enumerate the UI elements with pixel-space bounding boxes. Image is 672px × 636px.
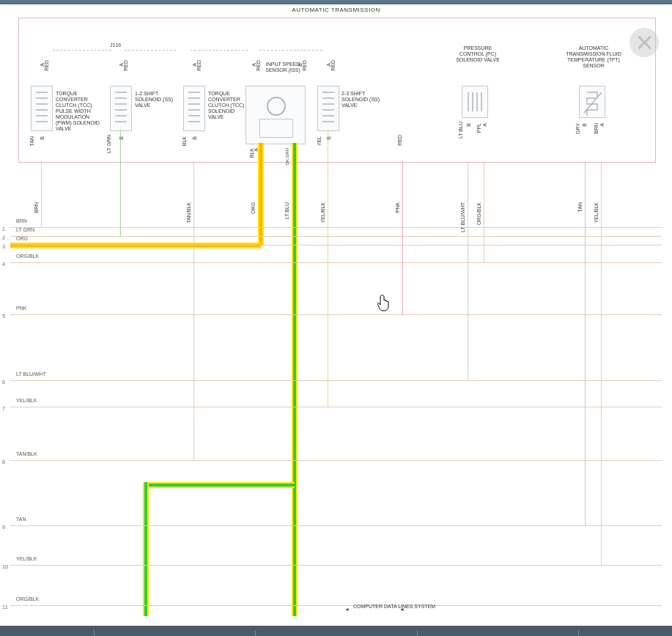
wire-color: RED <box>123 60 128 71</box>
wire-color: TAN <box>29 136 34 146</box>
wire-color: TAN <box>577 202 583 212</box>
row-wire-label: TAN <box>16 517 26 522</box>
wire-color: RED <box>397 135 402 146</box>
footer-arrow: ◄ <box>344 607 350 612</box>
wire <box>601 161 602 565</box>
wire-green <box>120 130 121 236</box>
pin-a: A <box>482 123 487 127</box>
row-number: 9 <box>2 525 5 530</box>
wire-color: ORG/BLK <box>476 202 481 225</box>
pin-a: A <box>599 123 605 127</box>
row-line <box>10 460 662 461</box>
component-label: AUTOMATIC TRANSMISSION FLUID TEMPERATURE… <box>564 45 623 69</box>
wire-color: YEL/BLK <box>594 202 599 223</box>
pin-b: B <box>40 136 45 140</box>
coil-icon <box>318 86 339 130</box>
wire-color: PNK <box>395 202 400 212</box>
row-wire-label: YEL/BLK <box>16 556 37 561</box>
dashed-line <box>304 50 322 51</box>
pin-b: B <box>582 123 587 127</box>
component-label: 2-3 SHIFT SOLENOID (SS) VALVE <box>341 91 382 108</box>
row-line <box>10 605 662 606</box>
footer-arrow: ◄ <box>399 607 405 612</box>
row-line <box>10 236 662 237</box>
row-number: 3 <box>2 244 5 249</box>
wire <box>484 161 484 262</box>
wire-color: BRN <box>594 123 599 134</box>
wire-color: RED <box>256 60 261 71</box>
row-line <box>10 314 662 315</box>
hand-cursor-icon <box>377 294 394 313</box>
row-line <box>10 227 662 228</box>
component-label: INPUT SPEED SENSOR (ISS) <box>265 62 300 73</box>
component-label: 1-2 SHIFT SOLENOID (SS) VALVE <box>135 91 175 108</box>
component-label: TORQUE CONVERTER CLUTCH (TCC) PULSE WIDT… <box>56 91 101 132</box>
highlighted-wire-branch-v[interactable] <box>143 482 149 616</box>
component-1-2-shift-solenoid <box>110 86 132 131</box>
row-number: 5 <box>2 314 5 319</box>
wire-color: LT GRN <box>106 135 111 153</box>
row-line <box>10 245 662 245</box>
row-line <box>10 565 662 566</box>
row-wire-label: TAN/BLK <box>16 451 37 456</box>
highlighted-wire-org[interactable] <box>258 143 264 245</box>
highlighted-wire-ltblu[interactable] <box>292 143 298 616</box>
component-pc-solenoid <box>462 86 488 118</box>
highlighted-wire-branch-h[interactable] <box>143 482 295 488</box>
wire <box>41 161 42 227</box>
wire-color: RED <box>196 60 202 71</box>
row-number: 7 <box>2 406 5 411</box>
wiring-diagram-page: AUTOMATIC TRANSMISSION J116 A RED B TAN … <box>0 4 672 636</box>
wire-color: LT BLU <box>458 122 463 138</box>
coil-icon <box>184 86 204 130</box>
wire-color: LT BLU <box>284 202 289 219</box>
component-tcc-pwm-solenoid <box>31 86 53 131</box>
row-wire-label: ORG/BLK <box>16 596 39 602</box>
row-wire-label: PNK <box>16 306 26 311</box>
row-number: 8 <box>2 459 5 465</box>
wire-color: TAN/BLK <box>186 202 191 223</box>
dashed-line <box>259 50 303 51</box>
wire <box>193 161 194 460</box>
junction-label: J116 <box>110 42 121 48</box>
component-input-speed-sensor <box>245 86 306 144</box>
sensor-icon <box>267 97 286 116</box>
thermistor-icon <box>580 86 605 117</box>
row-wire-label: LT BLU/WHT <box>16 371 46 377</box>
pin-b: B <box>466 123 471 127</box>
wire-color: BLK <box>249 148 254 158</box>
row-wire-label: YEL/BLK <box>16 398 37 403</box>
row-line <box>10 407 662 407</box>
wire-color: DK GRN <box>285 148 289 165</box>
wire-color: BLK <box>182 136 187 146</box>
wire-color: GRY <box>575 123 580 134</box>
sensor-body <box>259 119 293 138</box>
component-label: PRESSURE CONTROL (PC) SOLENOID VALVE <box>452 45 503 63</box>
diagram-title: AUTOMATIC TRANSMISSION <box>0 7 672 13</box>
row-wire-label: LT GRN <box>16 227 34 232</box>
wire-pink <box>402 161 403 314</box>
highlighted-wire-org-h[interactable] <box>10 243 261 248</box>
wire-color: PPL <box>476 123 481 133</box>
wire-yellow <box>328 130 328 407</box>
row-number: 4 <box>2 262 5 267</box>
row-wire-label: BRN <box>16 218 27 223</box>
wire-color: ORG <box>251 202 256 214</box>
row-number: 2 <box>2 235 5 240</box>
row-number: 10 <box>2 564 8 569</box>
component-label: TORQUE CONVERTER CLUTCH (TCC) SOLENOID V… <box>208 91 251 120</box>
wire-color: YEL <box>317 136 322 146</box>
row-wire-label: ORG <box>16 236 28 241</box>
dashed-line <box>53 50 111 51</box>
component-2-3-shift-solenoid <box>317 86 339 131</box>
row-number: 11 <box>2 604 8 610</box>
coil-icon <box>111 86 131 130</box>
dashed-line <box>125 50 176 51</box>
wire-blue <box>468 161 468 380</box>
wire-color: RED <box>302 60 307 71</box>
wire-color: BRN <box>34 202 39 213</box>
bottom-bar <box>0 626 672 636</box>
coil-icon <box>462 86 487 117</box>
row-number: 6 <box>2 380 5 385</box>
component-tcc-solenoid <box>183 86 205 131</box>
